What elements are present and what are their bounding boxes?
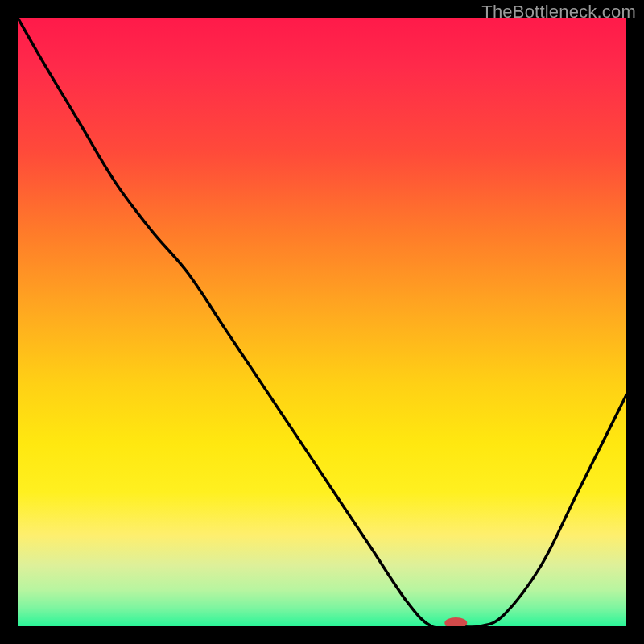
bottleneck-curve [18,18,626,626]
chart-svg [18,18,626,626]
chart-plot-area [18,18,626,626]
optimal-point-marker [444,617,467,626]
watermark-label: TheBottleneck.com [481,2,636,23]
